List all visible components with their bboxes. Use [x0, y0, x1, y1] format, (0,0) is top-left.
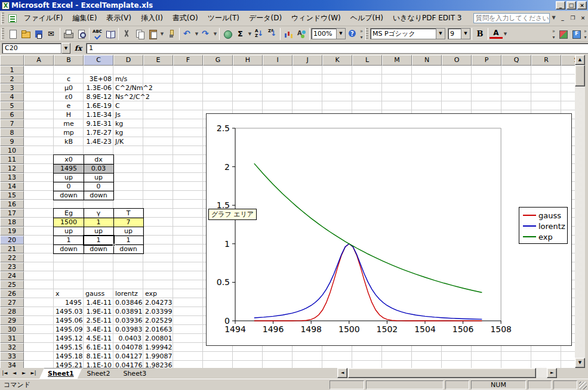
cell-E33[interactable]: 1.99087 [143, 352, 173, 361]
cell-D29[interactable]: 0.03936 [113, 316, 143, 325]
row-header-5[interactable]: 5 [0, 101, 24, 110]
column-header-P[interactable]: P [472, 55, 501, 66]
row-header-33[interactable]: 33 [0, 352, 24, 361]
cell-E27[interactable]: 2.04273 [143, 298, 173, 307]
column-header-B[interactable]: B [54, 55, 84, 66]
cell-C18[interactable]: 1 [84, 218, 113, 227]
row-header-25[interactable]: 25 [0, 280, 24, 289]
cell-C2[interactable]: 3E+08 [84, 75, 113, 83]
name-box[interactable]: C20 [2, 43, 61, 54]
row-header-6[interactable]: 6 [0, 110, 24, 119]
menu-item[interactable]: いきなりPDF EDIT 3 [388, 11, 466, 25]
menu-item[interactable]: 挿入(I) [136, 11, 168, 25]
cell-B6[interactable]: H [54, 110, 84, 119]
sort-descending-button[interactable] [266, 27, 279, 41]
cell-D17[interactable]: T [113, 209, 143, 218]
column-header-M[interactable]: M [382, 55, 412, 66]
cell-C5[interactable]: 1.6E-19 [84, 101, 113, 110]
cell-C29[interactable]: 2.5E-11 [84, 316, 113, 325]
cell-C15[interactable]: down [84, 191, 113, 200]
pdf-edit-button[interactable] [569, 27, 583, 41]
cell-D31[interactable]: 0.0403 [113, 334, 143, 343]
row-header-26[interactable]: 26 [0, 289, 24, 298]
minimize-button[interactable]: _ [556, 1, 565, 10]
maximize-button[interactable]: □ [567, 1, 576, 10]
cell-B14[interactable]: 0 [54, 182, 84, 191]
cell-D34[interactable]: 0.04176 [113, 361, 143, 368]
row-header-3[interactable]: 3 [0, 83, 24, 92]
cell-D21[interactable]: down [113, 244, 143, 253]
sheet-tab-sheet1[interactable]: Sheet1 [39, 368, 82, 379]
scroll-right-icon[interactable]: ► [547, 368, 557, 378]
font-color-dropdown-icon[interactable]: ▼ [503, 27, 508, 41]
workbook-minimize-button[interactable]: _ [558, 14, 567, 22]
sort-ascending-button[interactable] [253, 27, 266, 41]
next-sheet-button[interactable]: ► [19, 368, 29, 379]
row-header-15[interactable]: 15 [0, 191, 24, 200]
row-header-2[interactable]: 2 [0, 75, 24, 83]
row-header-14[interactable]: 14 [0, 182, 24, 191]
cell-E28[interactable]: 2.03399 [143, 307, 173, 316]
help-button[interactable] [346, 27, 359, 41]
menu-item[interactable]: データ(D) [244, 11, 287, 25]
row-header-11[interactable]: 11 [0, 155, 24, 164]
sheet-tab-sheet2[interactable]: Sheet2 [79, 368, 119, 379]
workbook-close-button[interactable]: × [578, 14, 587, 22]
redo-button[interactable] [199, 27, 213, 41]
cell-B20[interactable]: 1 [54, 236, 84, 244]
cell-B21[interactable]: down [54, 244, 84, 253]
active-cell-border[interactable] [83, 235, 115, 246]
autosum-dropdown-icon[interactable]: ▼ [247, 27, 253, 41]
cell-B30[interactable]: 1495.09 [54, 325, 84, 334]
row-header-23[interactable]: 23 [0, 262, 24, 271]
cell-D9[interactable]: J/K [113, 137, 173, 146]
horizontal-scroll-track[interactable] [536, 368, 547, 378]
formula-input[interactable]: 1 [86, 43, 588, 54]
fill-handle[interactable] [113, 244, 115, 246]
cell-B18[interactable]: 1500 [54, 218, 84, 227]
autosum-button[interactable] [234, 27, 247, 41]
cell-D8[interactable]: kg [113, 128, 173, 137]
font-size-combobox[interactable]: 9▼ [448, 28, 470, 39]
cut-button[interactable] [120, 27, 133, 41]
redo-dropdown-icon[interactable]: ▼ [213, 27, 218, 41]
cell-D4[interactable]: Ns^2/C^2 [113, 92, 173, 101]
cell-C19[interactable]: up [84, 227, 113, 236]
cell-B8[interactable]: mp [54, 128, 84, 137]
cell-B28[interactable]: 1495.03 [54, 307, 84, 316]
scroll-down-icon[interactable]: ▼ [575, 358, 585, 368]
cell-B33[interactable]: 1495.18 [54, 352, 84, 361]
font-color-button[interactable]: A [490, 29, 503, 39]
undo-button[interactable] [181, 27, 194, 41]
column-header-K[interactable]: K [322, 55, 352, 66]
cell-D2[interactable]: m/s [113, 75, 173, 83]
cell-C9[interactable]: 1.4E-23 [84, 137, 113, 146]
open-folder-button[interactable] [19, 27, 32, 41]
cell-D30[interactable]: 0.03983 [113, 325, 143, 334]
column-header-A[interactable]: A [24, 55, 54, 66]
toolbar-options-chevron[interactable]: »▾ [359, 27, 364, 41]
column-header-R[interactable]: R [531, 55, 561, 66]
research-button[interactable] [104, 27, 117, 41]
cell-C11[interactable]: dx [84, 155, 113, 164]
insert-hyperlink-button[interactable] [221, 27, 234, 41]
row-header-31[interactable]: 31 [0, 334, 24, 343]
menu-item[interactable]: 編集(E) [67, 11, 101, 25]
menu-item[interactable]: 表示(V) [101, 11, 136, 25]
new-document-button[interactable] [6, 27, 19, 41]
prev-sheet-button[interactable]: ◄ [10, 368, 19, 379]
column-header-Q[interactable]: Q [501, 55, 531, 66]
cell-D5[interactable]: C [113, 101, 173, 110]
chart-wizard-button[interactable] [282, 27, 295, 41]
cell-B2[interactable]: c [54, 75, 84, 83]
row-header-34[interactable]: 34 [0, 361, 24, 368]
zoom-dropdown-icon[interactable]: ▼ [336, 29, 345, 39]
question-input[interactable]: 質問を入力してください [473, 13, 550, 23]
row-header-29[interactable]: 29 [0, 316, 24, 325]
cell-E31[interactable]: 2.00801 [143, 334, 173, 343]
row-header-10[interactable]: 10 [0, 146, 24, 155]
select-all-corner[interactable] [0, 55, 24, 66]
cell-B5[interactable]: e [54, 101, 84, 110]
insert-function-button[interactable]: fx [70, 44, 86, 52]
toolbar-grip[interactable] [1, 28, 4, 40]
